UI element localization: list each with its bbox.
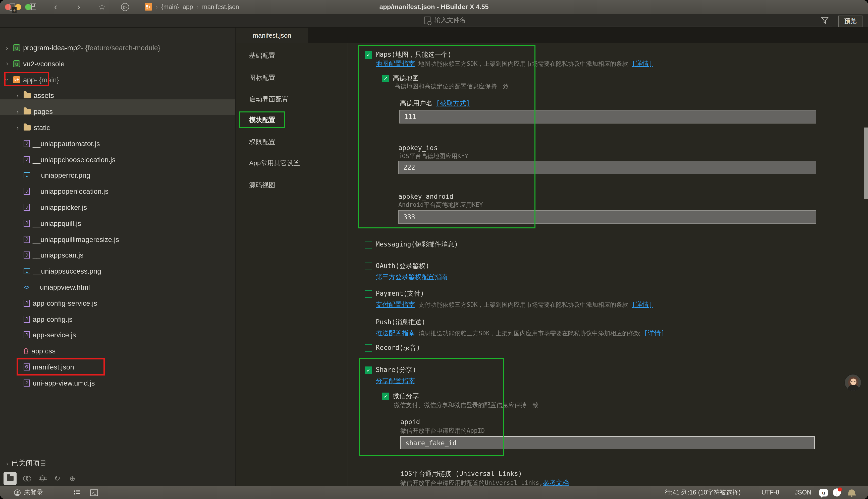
tree-item--uniappquillimageresize-js[interactable]: J__uniappquillimageresize.js <box>0 234 235 245</box>
js-file-icon: J <box>24 156 29 163</box>
preview-button[interactable]: 预览 <box>839 15 863 27</box>
save-icon[interactable] <box>28 0 38 14</box>
tree-item-program-idea-mp2[interactable]: ›uprogram-idea-mp2 - {feature/search-mod… <box>0 42 235 53</box>
update-button[interactable]: ↓ <box>833 486 841 499</box>
editor-scrollbar[interactable] <box>864 127 868 199</box>
tree-item--uniappscan-js[interactable]: J__uniappscan.js <box>0 250 235 261</box>
filter-funnel-icon[interactable] <box>821 16 829 26</box>
filetype-indicator[interactable]: JSON <box>795 486 811 499</box>
push-checkbox[interactable] <box>365 318 372 326</box>
tree-item--uniapperror-png[interactable]: ▲__uniapperror.png <box>0 170 235 181</box>
config-menu-item-4[interactable]: 权限配置 <box>249 137 275 147</box>
app-project-icon: 5+ <box>145 3 152 11</box>
avatar[interactable] <box>844 374 861 391</box>
bookmark-star-icon[interactable]: ☆ <box>97 0 107 14</box>
payment-guide-link[interactable]: 支付配置指南 <box>376 300 415 309</box>
terminal-icon: >_ <box>91 489 98 496</box>
run-icon[interactable]: ▷ <box>120 0 130 14</box>
tree-item--uniappsuccess-png[interactable]: ▲__uniappsuccess.png <box>0 266 235 277</box>
tree-item-static[interactable]: ›static <box>0 122 235 133</box>
outline-button[interactable] <box>74 486 80 499</box>
push-detail-link[interactable]: [详情] <box>644 329 665 338</box>
tree-item--uniappquill-js[interactable]: J__uniappquill.js <box>0 218 235 229</box>
messaging-row: Messaging(短彩邮件消息) <box>365 240 458 249</box>
folder-icon <box>7 476 13 481</box>
payment-checkbox[interactable] <box>365 290 372 297</box>
tree-item-assets[interactable]: ›assets <box>0 90 235 101</box>
tab-project-explorer[interactable] <box>3 472 16 485</box>
new-file-icon[interactable] <box>7 0 17 14</box>
notifications-button[interactable] <box>848 486 855 499</box>
tree-item-pages[interactable]: ›pages <box>0 106 235 117</box>
cursor-position[interactable]: 行:41 列:16 (10字符被选择) <box>665 486 741 499</box>
chevron-right-icon[interactable]: › <box>4 44 10 51</box>
config-menu-item-5[interactable]: App常用其它设置 <box>249 158 300 168</box>
tree-item-app-config-js[interactable]: Japp-config.js <box>0 314 235 325</box>
breadcrumb-project[interactable]: app <box>183 3 193 10</box>
tree-item--uniapppicker-js[interactable]: J__uniapppicker.js <box>0 202 235 213</box>
back-icon[interactable]: ‹ <box>51 0 61 14</box>
config-menu-item-2[interactable]: 启动界面配置 <box>249 94 288 105</box>
tab-debug[interactable] <box>36 472 49 485</box>
closed-projects-row[interactable]: › 已关闭项目 <box>0 456 235 471</box>
tree-item-label: app-service.js <box>33 331 76 339</box>
sidebar-panel-tabs: ↻ ⊕ <box>0 471 235 486</box>
chevron-right-icon[interactable]: › <box>15 92 20 99</box>
oauth-label: OAuth(登录鉴权) <box>376 261 430 271</box>
status-bar: 未登录 >_ 行:41 列:16 (10字符被选择) UTF-8 JSON u … <box>0 486 868 499</box>
window-title: app/manifest.json - HBuilder X 4.55 <box>0 3 868 11</box>
tree-item--uniappopenlocation-js[interactable]: J__uniappopenlocation.js <box>0 186 235 197</box>
breadcrumb-separator: › <box>156 3 158 10</box>
tree-item-app-service-js[interactable]: Japp-service.js <box>0 330 235 341</box>
push-label: Push(消息推送) <box>376 318 425 327</box>
push-links-row: 推送配置指南 消息推送功能依赖三方SDK，上架到国内应用市场需要在隐私协议中添加… <box>376 329 665 338</box>
file-search-input[interactable]: 输入文件名 <box>421 14 832 27</box>
tab-refresh[interactable]: ↻ <box>51 472 64 485</box>
tree-item-app-config-service-js[interactable]: Japp-config-service.js <box>0 298 235 309</box>
config-menu-item-1[interactable]: 图标配置 <box>249 73 275 83</box>
tree-item-suffix: - {feature/search-module} <box>81 44 160 52</box>
push-guide-link[interactable]: 推送配置指南 <box>376 329 415 338</box>
breadcrumb-branch[interactable]: {main} <box>161 3 179 10</box>
chevron-right-icon[interactable]: › <box>4 60 10 68</box>
breadcrumb-file[interactable]: manifest.json <box>202 3 239 10</box>
tree-item--uniappview-html[interactable]: <>__uniappview.html <box>0 282 235 293</box>
tree-item-app-css[interactable]: {}app.css <box>0 345 235 356</box>
config-menu-item-6[interactable]: 源码视图 <box>249 180 275 190</box>
annotation-green-box-share <box>359 358 504 456</box>
forward-icon[interactable]: › <box>74 0 84 14</box>
tab-search[interactable] <box>21 472 34 485</box>
tree-item-label: pages <box>34 107 53 115</box>
chat-bubble-icon: u <box>819 489 828 496</box>
js-file-icon: J <box>24 204 29 211</box>
tree-item-label: app-config-service.js <box>33 299 97 307</box>
oauth-guide-link[interactable]: 第三方登录鉴权配置指南 <box>376 272 448 282</box>
oauth-checkbox[interactable] <box>365 262 372 270</box>
maps-detail-link[interactable]: [详情] <box>632 59 652 68</box>
push-row: Push(消息推送) <box>365 318 425 327</box>
editor-tab-bar <box>236 28 868 43</box>
messaging-checkbox[interactable] <box>365 241 372 248</box>
js-file-icon: J <box>24 379 29 387</box>
terminal-button[interactable]: >_ <box>91 486 98 499</box>
closed-projects-label: 已关闭项目 <box>12 459 47 468</box>
chevron-right-icon[interactable]: › <box>15 108 20 115</box>
encoding-indicator[interactable]: UTF-8 <box>761 486 779 499</box>
tree-item-vu2-vconsole[interactable]: ›uvu2-vconsole <box>0 58 235 69</box>
universal-links-row: iOS平台通用链接 (Universal Links) <box>400 470 522 478</box>
tree-item-label: app.css <box>32 347 56 355</box>
tab-globe[interactable]: ⊕ <box>66 472 79 485</box>
payment-detail-link[interactable]: [详情] <box>632 300 652 309</box>
config-menu-item-0[interactable]: 基础配置 <box>249 51 275 61</box>
tab-manifest-json[interactable]: manifest.json <box>236 28 308 43</box>
hbuilderx-window: app/manifest.json - HBuilder X 4.55 ‹ › … <box>0 0 868 499</box>
tree-item-label: uni-app-view.umd.js <box>33 379 95 387</box>
record-checkbox[interactable] <box>365 344 372 352</box>
tree-item-uni-app-view-umd-js[interactable]: Juni-app-view.umd.js <box>0 378 235 389</box>
login-status[interactable]: 未登录 <box>14 486 43 499</box>
chevron-right-icon[interactable]: › <box>15 124 20 131</box>
feedback-button[interactable]: u <box>819 486 828 499</box>
tree-item--uniappchooselocation-js[interactable]: J__uniappchooselocation.js <box>0 154 235 165</box>
js-file-icon: J <box>24 236 29 243</box>
tree-item--uniappautomator-js[interactable]: J__uniappautomator.js <box>0 138 235 149</box>
